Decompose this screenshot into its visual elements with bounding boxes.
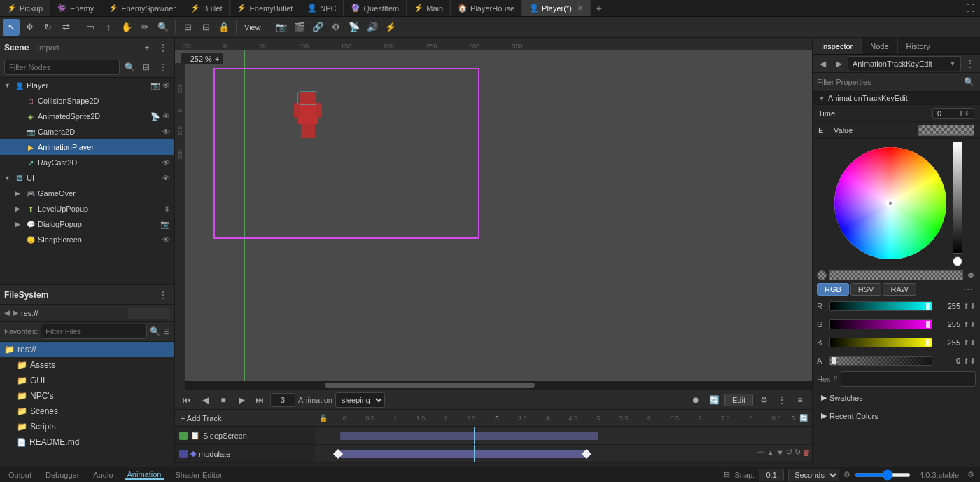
tab-enemybullet[interactable]: ⚡ EnemyBullet <box>230 0 300 16</box>
fs-item-assets[interactable]: 📁 Assets <box>0 357 174 373</box>
more-icon[interactable]: ⋮ <box>156 60 170 74</box>
scene-settings-button[interactable]: ⋮ <box>156 41 170 55</box>
track-redo-button[interactable]: ↻ <box>794 448 801 457</box>
inspector-settings-button[interactable]: ⋮ <box>963 57 977 71</box>
tab-history[interactable]: History <box>898 38 939 54</box>
tab-playerhouse[interactable]: 🏠 PlayerHouse <box>451 0 522 16</box>
rect-tool-button[interactable]: ▭ <box>82 19 99 36</box>
viewport-canvas[interactable]: -50 0 50 100 150 200 250 300 350 <box>175 38 812 390</box>
fs-item-scenes[interactable]: 📁 Scenes <box>0 404 174 419</box>
tab-npc[interactable]: 👤 NPC <box>300 0 344 16</box>
viewport-inner[interactable]: - 252 % + -100 0 100 200 <box>175 50 812 390</box>
hex-input[interactable]: ffffff00 <box>841 371 976 387</box>
color-mode-raw[interactable]: RAW <box>883 283 916 296</box>
scene-search-input[interactable] <box>4 60 120 75</box>
signal-button[interactable]: 📡 <box>346 19 363 36</box>
link-button[interactable]: 🔗 <box>309 19 326 36</box>
audio-button[interactable]: 🔊 <box>364 19 381 36</box>
scale-tool-button[interactable]: ⇄ <box>57 19 74 36</box>
status-animation-tab[interactable]: Animation <box>125 470 164 480</box>
color-preview-swatch[interactable] <box>918 125 974 136</box>
add-tab-button[interactable]: + <box>591 0 608 16</box>
color-mode-hsv[interactable]: HSV <box>850 283 882 296</box>
track-delete-button[interactable]: 🗑 <box>803 448 811 457</box>
status-audio-tab[interactable]: Audio <box>90 471 115 479</box>
color-wheel-wrapper[interactable] <box>831 144 950 265</box>
settings-button[interactable]: ⚙ <box>328 19 344 36</box>
tab-main[interactable]: ⚡ Main <box>407 0 451 16</box>
snap-value-input[interactable] <box>759 469 784 481</box>
tree-item-levelup[interactable]: ▶ ⬆ LevelUpPopup ⇕ <box>0 201 174 216</box>
add-node-button[interactable]: + <box>140 41 154 55</box>
channel-b-stepper[interactable]: ⬆⬇ <box>963 338 976 347</box>
anim-edit-button[interactable]: Edit <box>724 394 753 406</box>
snap-settings-icon[interactable]: ⚙ <box>844 470 850 479</box>
pan-tool-button[interactable]: ✋ <box>118 19 135 36</box>
rotate-tool-button[interactable]: ↻ <box>39 19 56 36</box>
anim-back-button[interactable]: ◀ <box>197 392 213 408</box>
zoom-plus-button[interactable]: + <box>215 55 219 63</box>
track-curve-button[interactable]: 〰 <box>757 448 764 457</box>
inspector-forward-button[interactable]: ▶ <box>832 57 846 71</box>
tab-player[interactable]: 👤 Player(*) ✕ <box>522 0 591 16</box>
status-shader-tab[interactable]: Shader Editor <box>172 471 225 479</box>
fs-search-input[interactable] <box>41 324 147 339</box>
anim-view-button[interactable]: 🎬 <box>291 19 308 36</box>
track-up-button[interactable]: ▲ <box>766 448 774 457</box>
inspector-node-select[interactable]: AnimationTrackKeyEdit ▼ <box>848 56 961 71</box>
channel-a-slider[interactable] <box>830 356 932 366</box>
anim-record-button[interactable]: ⏺ <box>688 392 704 408</box>
scrollbar-thumb-h[interactable] <box>325 383 535 388</box>
tab-enemy[interactable]: 👾 Enemy <box>50 0 102 16</box>
track-undo-button[interactable]: ↺ <box>786 448 792 457</box>
color-wheel-svg[interactable] <box>831 144 950 263</box>
tree-item-gameover[interactable]: ▶ 🎮 GameOver <box>0 186 174 201</box>
channel-a-stepper[interactable]: ⬆⬇ <box>963 357 976 366</box>
track-bar-sleepscreen[interactable] <box>340 432 598 440</box>
fs-search-icon[interactable]: 🔍 <box>150 324 160 338</box>
viewport-scrollbar-h[interactable] <box>185 381 812 390</box>
add-track-area[interactable]: + Add Track <box>175 414 315 422</box>
snap-button[interactable]: ⊞ <box>179 19 196 36</box>
anim-next-button[interactable]: ⏭ <box>252 392 267 408</box>
fs-item-gui[interactable]: 📁 GUI <box>0 373 174 388</box>
swatches-section[interactable]: ▶ Swatches <box>817 390 976 405</box>
animation-name-select[interactable]: sleeping idle run <box>335 392 385 408</box>
anim-play-button[interactable]: ▶ <box>234 392 249 408</box>
time-stepper-icon[interactable]: ⬆⬇ <box>958 109 969 117</box>
fs-item-scripts[interactable]: 📁 Scripts <box>0 419 174 434</box>
anim-settings-button[interactable]: ⚙ <box>756 392 771 408</box>
lock-button[interactable]: 🔒 <box>216 19 232 36</box>
search-icon[interactable]: 🔍 <box>122 60 136 74</box>
color-more-button[interactable]: ⋯ <box>960 284 976 295</box>
time-value-input[interactable]: 0 ⬆⬇ <box>932 108 974 119</box>
color-mode-rgb[interactable]: RGB <box>817 283 849 296</box>
recent-colors-section[interactable]: ▶ Recent Colors <box>817 408 976 423</box>
fs-item-readme[interactable]: 📄 README.md <box>0 434 174 450</box>
tab-enemyspawner[interactable]: ⚡ EnemySpawner <box>102 0 183 16</box>
tree-item-raycast[interactable]: ↗ RayCast2D 👁 <box>0 155 174 170</box>
edit-tool-button[interactable]: ✏ <box>136 19 153 36</box>
tree-item-player[interactable]: ▼ 👤 Player 📷 👁 <box>0 78 174 93</box>
inspector-back-button[interactable]: ◀ <box>816 57 830 71</box>
tab-bullet[interactable]: ⚡ Bullet <box>183 0 230 16</box>
filesystem-more-button[interactable]: ⋮ <box>156 288 170 302</box>
channel-g-slider[interactable] <box>830 319 932 329</box>
tree-item-camera[interactable]: 📷 Camera2D 👁 <box>0 124 174 139</box>
transform-tool-button[interactable]: ↕ <box>100 19 117 36</box>
import-label[interactable]: Import <box>37 43 59 52</box>
channel-g-stepper[interactable]: ⬆⬇ <box>963 320 976 329</box>
lightning-button[interactable]: ⚡ <box>382 19 399 36</box>
select-tool-button[interactable]: ↖ <box>3 19 20 36</box>
status-debugger-tab[interactable]: Debugger <box>43 471 82 479</box>
alpha-slider[interactable] <box>830 270 963 280</box>
tree-item-ui[interactable]: ▼ 🖼 UI 👁 <box>0 170 174 186</box>
fs-filter-icon[interactable]: ⊟ <box>163 324 170 338</box>
snap-unit-select[interactable]: Seconds Frames <box>788 469 839 481</box>
zoom-minus-button[interactable]: - <box>185 55 188 63</box>
tree-item-sleepscreen[interactable]: 😴 SleepScreen 👁 <box>0 232 174 247</box>
track-bar-modulate[interactable] <box>340 450 589 458</box>
circle-alpha-button[interactable] <box>953 256 962 266</box>
fs-item-res[interactable]: 📁 res:// <box>0 342 174 357</box>
close-player-tab-icon[interactable]: ✕ <box>578 4 583 12</box>
